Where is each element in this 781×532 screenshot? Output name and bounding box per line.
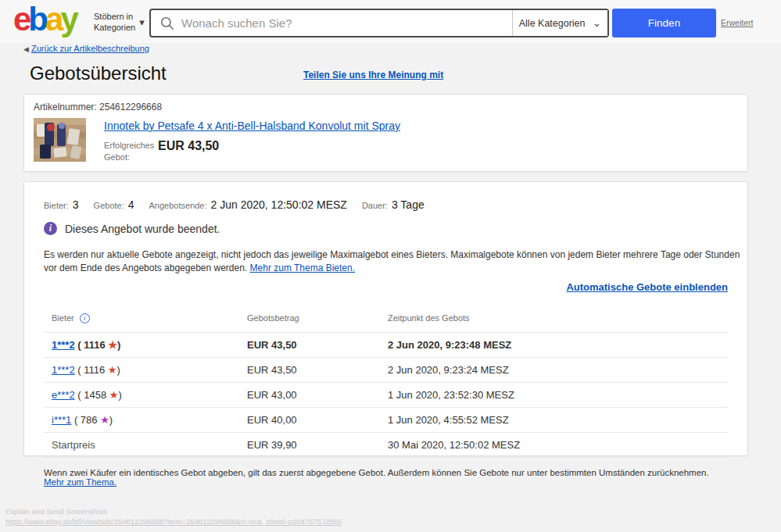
bid-row: e***2 ( 1458 ★) EUR 43,00 1 Jun 2020, 23…: [44, 382, 728, 407]
bidder-link[interactable]: 1***2: [52, 364, 75, 376]
back-arrow-icon: ◀: [23, 45, 29, 53]
winning-bid-label: Erfolgreiches Gebot:: [104, 140, 156, 163]
ended-notice-text: Dieses Angebot wurde beendet.: [65, 223, 220, 235]
bidder-info-icon[interactable]: i: [80, 313, 90, 323]
search-input[interactable]: [181, 12, 512, 35]
duration-label: Dauer:: [362, 201, 388, 210]
tie-bid-footnote-text: Wenn zwei Käufer ein identisches Gebot a…: [44, 468, 709, 477]
feedback-star-icon: ★: [100, 414, 109, 426]
bidders-label: Bieter:: [44, 201, 69, 210]
bid-amount: EUR 43,00: [247, 389, 388, 401]
feedback-score: ( 1458: [77, 389, 109, 401]
bidders-count: 3: [73, 198, 79, 211]
bid-time: 2 Jun 2020, 9:23:24 MESZ: [388, 364, 728, 376]
bid-row: 1***2 ( 1116 ★) EUR 43,50 2 Jun 2020, 9:…: [44, 357, 728, 382]
page-url-text: https://www.ebay.de/bfl/viewbids/2546122…: [5, 516, 342, 527]
bid-time: 2 Jun 2020, 9:23:48 MESZ: [388, 339, 728, 351]
browse-label-line2: Kategorien: [94, 22, 135, 33]
bid-amount: EUR 43,50: [247, 339, 388, 351]
item-thumbnail[interactable]: [34, 118, 86, 162]
start-price-label: Startpreis: [52, 439, 247, 451]
bid-amount: EUR 39,90: [247, 439, 388, 451]
screenshot-extension-overlay: Explain and Send Screenshots https://www…: [5, 506, 342, 527]
logo-letter-y: y: [60, 3, 75, 36]
category-select[interactable]: Alle Kategorien ⌄: [512, 10, 607, 36]
auction-stats: Bieter:3 Gebote:4 Angebotsende:2 Jun 202…: [44, 198, 728, 211]
feedback-star-icon: ★: [108, 339, 117, 351]
column-time-label: Zeitpunkt des Gebots: [388, 313, 728, 323]
feedback-link[interactable]: Teilen Sie uns Ihre Meinung mit: [303, 70, 443, 80]
bidder-link[interactable]: i***1: [52, 414, 71, 426]
column-amount-label: Gebotsbetrag: [247, 313, 388, 323]
browse-label-line1: Stöbern in: [94, 11, 135, 22]
find-button[interactable]: Finden: [612, 9, 716, 37]
back-to-item-link[interactable]: ◀Zurück zur Artikelbeschreibung: [23, 44, 149, 53]
item-summary-card: Artikelnummer: 254612296668 Innotek by P…: [23, 94, 748, 172]
advanced-search-link[interactable]: Erweitert: [721, 18, 753, 27]
item-number-label: Artikelnummer:: [34, 102, 97, 112]
bid-amount: EUR 43,50: [247, 364, 388, 376]
tie-bid-footnote: Wenn zwei Käufer ein identisches Gebot a…: [44, 468, 728, 487]
category-select-value: Alle Kategorien: [519, 18, 586, 29]
back-link-label: Zurück zur Artikelbeschreibung: [31, 44, 149, 53]
more-about-bidding-link[interactable]: Mehr zum Thema Bieten.: [250, 262, 356, 273]
search-icon: [160, 16, 174, 30]
info-icon: i: [44, 222, 57, 235]
winning-bid-amount: EUR 43,50: [158, 139, 219, 163]
column-bidder-label: Bieter: [52, 313, 74, 323]
bids-explanation-text: Es werden nur aktuelle Gebote angezeigt,…: [44, 249, 740, 273]
feedback-score: ( 786: [74, 414, 100, 426]
bid-row: 1***2 ( 1116 ★) EUR 43,50 2 Jun 2020, 9:…: [44, 332, 728, 357]
header-bar: ebay Stöbern in Kategorien ▾ Alle Katego…: [0, 0, 781, 43]
start-price-row: Startpreis EUR 39,90 30 Mai 2020, 12:50:…: [44, 432, 728, 458]
logo-letter-a: a: [45, 3, 60, 36]
feedback-star-icon: ★: [109, 389, 119, 401]
duration-value: 3 Tage: [392, 198, 425, 211]
page-title: Gebotsübersicht: [30, 62, 167, 84]
bid-history-card: Bieter:3 Gebote:4 Angebotsende:2 Jun 202…: [23, 181, 748, 456]
item-title-link[interactable]: Innotek by Petsafe 4 x Anti-Bell-Halsban…: [104, 120, 400, 132]
feedback-score: ( 1116: [77, 339, 108, 351]
item-number-value: 254612296668: [99, 102, 162, 112]
browse-categories-dropdown[interactable]: Stöbern in Kategorien ▾: [94, 11, 145, 34]
caret-down-icon: ▾: [139, 16, 145, 28]
chevron-down-icon: ⌄: [593, 20, 602, 26]
feedback-score: ( 1116: [77, 364, 108, 376]
logo-letter-e: e: [13, 3, 28, 36]
bid-time: 1 Jun 2020, 4:55:52 MESZ: [388, 414, 728, 426]
bid-time: 30 Mai 2020, 12:50:02 MESZ: [388, 439, 728, 451]
logo-letter-b: b: [28, 3, 45, 36]
show-automatic-bids-link[interactable]: Automatische Gebote einblenden: [566, 281, 728, 293]
search-bar: Alle Kategorien ⌄: [149, 9, 609, 37]
bidder-link[interactable]: e***2: [52, 389, 75, 401]
ended-notice: i Dieses Angebot wurde beendet.: [44, 222, 728, 235]
bids-label: Gebote:: [94, 201, 124, 210]
end-time-label: Angebotsende:: [149, 201, 207, 210]
bid-row: i***1 ( 786 ★) EUR 40,00 1 Jun 2020, 4:5…: [44, 407, 728, 432]
more-info-link[interactable]: Mehr zum Thema.: [44, 477, 116, 487]
feedback-star-icon: ★: [108, 364, 117, 376]
end-time-value: 2 Jun 2020, 12:50:02 MESZ: [211, 198, 347, 211]
bid-time: 1 Jun 2020, 23:52:30 MESZ: [388, 389, 728, 401]
bids-explanation: Es werden nur aktuelle Gebote angezeigt,…: [44, 248, 743, 276]
bids-count: 4: [128, 198, 134, 211]
bidder-link[interactable]: 1***2: [52, 339, 75, 351]
bid-amount: EUR 40,00: [247, 414, 388, 426]
ebay-logo[interactable]: ebay: [13, 3, 76, 36]
bid-table-header: Bieter i Gebotsbetrag Zeitpunkt des Gebo…: [44, 313, 728, 332]
extension-name-text: Explain and Send Screenshots: [5, 506, 342, 516]
